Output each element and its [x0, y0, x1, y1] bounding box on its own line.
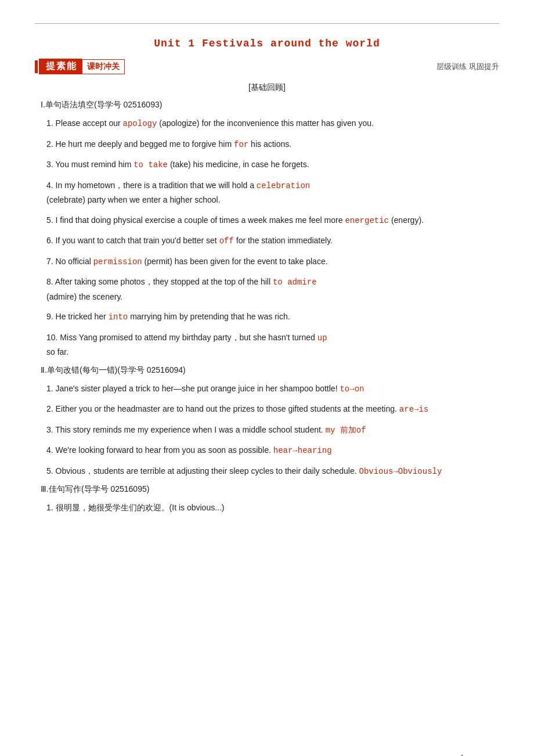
exercise-item: 5. I find that doing physical exercise a… — [35, 213, 499, 228]
item-text-before: Please accept our — [56, 118, 123, 128]
exercise-item: 10. Miss Yang promised to attend my birt… — [35, 330, 499, 359]
item-num: 3. — [46, 160, 55, 169]
item-text-after: (energy). — [391, 215, 424, 225]
item-answer: up — [317, 333, 327, 343]
group3-section: Ⅲ.佳句写作(导学号 02516095) 1. 很明显，她很受学生们的欢迎。(I… — [35, 484, 499, 515]
item-correction: Obvious→Obviously — [359, 467, 442, 476]
item-text: Obvious，students are terrible at adjusti… — [56, 466, 359, 476]
item-correction: my 前加of — [326, 426, 366, 435]
item-correction: to→on — [340, 384, 364, 394]
base-review-heading: [基础回顾] — [35, 82, 499, 93]
item-text: This story reminds me my experience when… — [55, 425, 325, 434]
exercise-item: 9. He tricked her into marrying him by p… — [35, 309, 499, 325]
exercise-item: 3. This story reminds me my experience w… — [35, 423, 499, 438]
exercise-item: 2. Either you or the headmaster are to h… — [35, 402, 499, 417]
section-header: 提素能 课时冲关 层级训练 巩固提升 — [35, 59, 499, 74]
item-answer: into — [109, 312, 128, 322]
item-text-after: marrying him by pretending that he was r… — [130, 312, 290, 321]
item-num: 9. — [46, 312, 56, 321]
exercise-item: 1. Jane's sister played a trick to her—s… — [35, 381, 499, 397]
item-num: 5. — [46, 466, 56, 476]
exercise-item: 4. In my hometown，there is a tradition t… — [35, 178, 499, 207]
item-text: We're looking forward to hear from you a… — [56, 445, 273, 455]
exercise-item: 4. We're looking forward to hear from yo… — [35, 443, 499, 458]
item-answer: energetic — [345, 216, 389, 225]
item-text: Jane's sister played a trick to her—she … — [56, 384, 340, 393]
item-correction: are→is — [399, 405, 428, 414]
section-header-left: 提素能 课时冲关 — [35, 59, 125, 74]
item-num: 1. — [46, 503, 56, 512]
item-text-after: his actions. — [251, 139, 291, 149]
item-num: 1. — [46, 118, 56, 128]
exercise-item: 1. 很明显，她很受学生们的欢迎。(It is obvious...) — [35, 501, 499, 515]
item-num: 7. — [46, 257, 56, 266]
item-answer: to admire — [273, 278, 317, 287]
item-text: 很明显，她很受学生们的欢迎。(It is obvious...) — [56, 503, 225, 512]
item-text-after: (celebrate) party when we enter a higher… — [46, 195, 221, 204]
item-text: Either you or the headmaster are to hand… — [56, 404, 399, 413]
top-divider — [35, 23, 499, 24]
item-num: 2. — [46, 404, 53, 413]
exercise-item: 7. No official permission (permit) has b… — [35, 254, 499, 269]
exercise-item: 6. If you want to catch that train you'd… — [35, 233, 499, 249]
item-num: 10. — [46, 333, 60, 342]
group3-title: Ⅲ.佳句写作(导学号 02516095) — [35, 484, 499, 495]
exercise-item: 1. Please accept our apology (apologize)… — [35, 116, 499, 131]
item-text-before: I find that doing physical exercise a co… — [56, 215, 345, 225]
item-num: 6. — [46, 236, 56, 245]
badge-ke-shi-chong-guan: 课时冲关 — [82, 59, 125, 74]
item-num: 3. — [46, 425, 55, 434]
item-num: 4. — [46, 181, 56, 190]
item-text-after: (take) his medicine, in case he forgets. — [170, 160, 309, 169]
item-num: 2. — [46, 139, 56, 149]
item-answer: apology — [123, 119, 157, 128]
exercise-item: 3. You must remind him to take (take) hi… — [35, 157, 499, 172]
item-answer: permission — [93, 257, 142, 267]
exercise-item: 2. He hurt me deeply and begged me to fo… — [35, 137, 499, 152]
item-text-before: If you want to catch that train you'd be… — [56, 236, 219, 245]
item-text-after: for the station immediately. — [236, 236, 333, 245]
item-text-after: (apologize) for the inconvenience this m… — [159, 118, 374, 128]
group2-section: Ⅱ.单句改错(每句一错)(导学号 02516094) 1. Jane's sis… — [35, 365, 499, 479]
item-text-after: so far. — [46, 347, 68, 357]
item-num: 8. — [46, 277, 55, 286]
item-answer: celebration — [257, 181, 310, 190]
item-text-before: Miss Yang promised to attend my birthday… — [60, 333, 317, 342]
group2-title: Ⅱ.单句改错(每句一错)(导学号 02516094) — [35, 365, 499, 376]
item-answer: for — [234, 140, 248, 149]
exercise-item: 8. After taking some photos，they stopped… — [35, 275, 499, 304]
badge-ti-su-neng: 提素能 — [39, 59, 82, 74]
item-answer: to take — [134, 160, 168, 170]
item-text-after: (permit) has been given for the event to… — [145, 257, 328, 266]
item-answer: off — [219, 236, 234, 246]
item-text-before: In my hometown，there is a tradition that… — [56, 181, 257, 190]
exercise-item: 5. Obvious，students are terrible at adju… — [35, 464, 499, 479]
item-text-before: He tricked her — [56, 312, 109, 321]
item-text-before: You must remind him — [55, 160, 134, 169]
item-text-before: After taking some photos，they stopped at… — [55, 277, 273, 286]
item-num: 5. — [46, 215, 56, 225]
item-text-before: He hurt me deeply and begged me to forgi… — [56, 139, 234, 149]
item-num: 1. — [46, 384, 56, 393]
page-number: 1 — [460, 753, 464, 756]
group1-section: Ⅰ.单句语法填空(导学号 02516093) 1. Please accept … — [35, 100, 499, 359]
section-header-right: 层级训练 巩固提升 — [436, 62, 499, 72]
group1-title: Ⅰ.单句语法填空(导学号 02516093) — [35, 100, 499, 110]
item-text-after: (admire) the scenery. — [46, 292, 122, 301]
item-num: 4. — [46, 445, 56, 455]
item-text-before: No official — [56, 257, 93, 266]
page-title: Unit 1 Festivals around the world — [35, 38, 499, 49]
left-bar-decoration — [35, 60, 38, 73]
item-correction: hear→hearing — [273, 446, 332, 455]
